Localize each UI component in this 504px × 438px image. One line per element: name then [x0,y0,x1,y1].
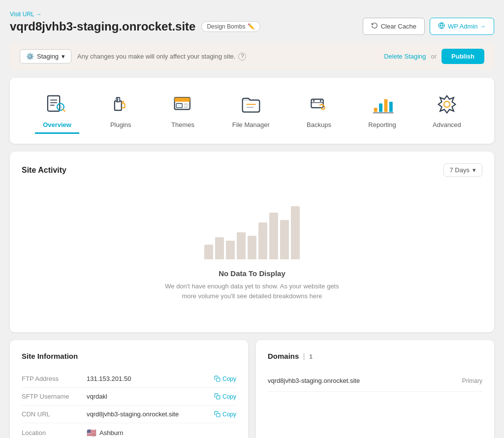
nav-tabs-card: Overview Plugins [10,78,494,144]
tab-overview[interactable]: Overview [35,88,79,134]
domains-card: Domains | 1 vqrd8jvhb3-staging.onrocket.… [256,340,494,438]
no-data-text: We don't have enough data yet to show. A… [163,282,341,301]
chart-bar-9 [291,206,300,259]
pencil-icon: ✏️ [248,23,255,30]
tab-plugins-label: Plugins [110,121,131,128]
tab-reporting[interactable]: Reporting [360,88,404,134]
chart-bar-7 [269,213,278,259]
design-bombs-badge[interactable]: Design Bombs ✏️ [201,21,260,32]
sftp-row: SFTP Username vqrdakl Copy [22,388,236,406]
svg-rect-10 [118,97,120,102]
staging-dropdown-label: Staging [37,53,59,60]
sftp-label: SFTP Username [22,393,81,400]
svg-rect-24 [379,103,382,112]
svg-rect-17 [184,106,188,108]
site-domain: vqrd8jvhb3-staging.onrocket.site [10,20,195,33]
svg-rect-23 [374,108,377,112]
tab-backups[interactable]: Backups [298,88,340,134]
svg-rect-29 [217,378,220,381]
nav-tabs: Overview Plugins [25,88,479,134]
publish-label: Publish [451,53,474,60]
visit-url-link[interactable]: Visit URL → [10,11,42,18]
ftp-value: 131.153.201.50 [87,375,208,382]
staging-bar: ⚙️ Staging ▾ Any changes you make will o… [10,43,494,70]
activity-card: Site Activity 7 Days ▾ No Data To Displa… [10,152,494,332]
no-data-title: No Data To Display [219,269,285,278]
cdn-row: CDN URL vqrd8jvhb3-staging.onrocket.site… [22,406,236,423]
tab-backups-label: Backups [307,121,331,128]
svg-rect-14 [174,97,189,102]
or-text: or [431,53,437,60]
location-label: Location [22,429,81,437]
chart-bar-1 [204,245,213,259]
svg-rect-20 [311,99,323,108]
days-select[interactable]: 7 Days ▾ [443,163,482,177]
svg-rect-30 [217,396,220,399]
staging-note: Any changes you make will only affect yo… [77,53,246,61]
ftp-address-row: FTP Address 131.153.201.50 Copy [22,370,236,388]
svg-line-7 [63,109,65,111]
domain-badge-1: Primary [462,377,482,384]
chart-bar-5 [248,236,256,259]
tab-advanced[interactable]: Advanced [425,88,469,134]
svg-rect-8 [115,101,122,110]
tab-file-manager[interactable]: File Manager [224,88,278,134]
wp-admin-button[interactable]: WP Admin → [430,18,494,35]
location-row: Location 🇺🇸 Ashburn [22,423,236,438]
chart-bar-3 [226,241,235,259]
chevron-down-icon: ▾ [472,166,476,174]
sftp-value: vqrdakl [87,393,208,400]
activity-title: Site Activity [22,166,66,175]
staging-dropdown[interactable]: ⚙️ Staging ▾ [20,49,71,63]
clear-cache-label: Clear Cache [381,23,416,30]
cdn-value: vqrd8jvhb3-staging.onrocket.site [87,410,208,418]
cdn-label: CDN URL [22,410,81,418]
domains-separator: | [303,352,305,360]
tab-plugins[interactable]: Plugins [100,88,141,134]
domains-count: 1 [309,353,313,360]
activity-empty-state: No Data To Display We don't have enough … [22,187,482,320]
publish-button[interactable]: Publish [441,49,484,64]
help-icon: ? [238,53,246,61]
empty-chart [204,206,300,259]
tab-advanced-label: Advanced [433,121,461,128]
ftp-label: FTP Address [22,375,81,382]
wp-admin-label: WP Admin → [448,23,486,30]
location-value: 🇺🇸 Ashburn [87,428,236,438]
days-select-label: 7 Days [450,166,470,174]
chart-bar-6 [258,222,267,259]
us-flag-icon: 🇺🇸 [87,428,96,438]
chart-bar-8 [280,220,289,259]
wp-icon [438,22,445,31]
svg-rect-25 [384,99,387,112]
site-info-title: Site Information [22,352,236,360]
cdn-copy-button[interactable]: Copy [214,411,236,418]
tab-themes-label: Themes [171,121,194,128]
domain-name-1: vqrd8jvhb3-staging.onrocket.site [268,377,360,384]
tab-themes[interactable]: Themes [162,88,204,134]
chart-bar-2 [215,237,224,259]
ftp-copy-button[interactable]: Copy [214,375,236,382]
delete-staging-link[interactable]: Delete Staging [384,53,426,60]
svg-rect-26 [389,102,392,112]
chart-bar-4 [237,232,246,259]
svg-rect-15 [176,103,182,108]
site-info-card: Site Information FTP Address 131.153.201… [10,340,248,438]
domain-row-1: vqrd8jvhb3-staging.onrocket.site Primary [268,370,482,392]
badge-label: Design Bombs [207,23,245,30]
tab-overview-label: Overview [43,121,71,128]
bottom-cards: Site Information FTP Address 131.153.201… [10,340,494,438]
domains-title: Domains | 1 [268,352,313,360]
svg-point-22 [320,100,321,101]
svg-point-21 [313,100,315,101]
gear-icon: ⚙️ [26,53,34,60]
chevron-down-icon: ▾ [62,53,65,60]
clear-cache-button[interactable]: Clear Cache [363,18,425,35]
cache-icon [371,22,378,31]
sftp-copy-button[interactable]: Copy [214,393,236,400]
svg-rect-16 [184,103,188,105]
tab-file-manager-label: File Manager [232,121,270,128]
tab-reporting-label: Reporting [368,121,396,128]
svg-point-6 [59,106,62,108]
svg-rect-31 [217,413,220,417]
